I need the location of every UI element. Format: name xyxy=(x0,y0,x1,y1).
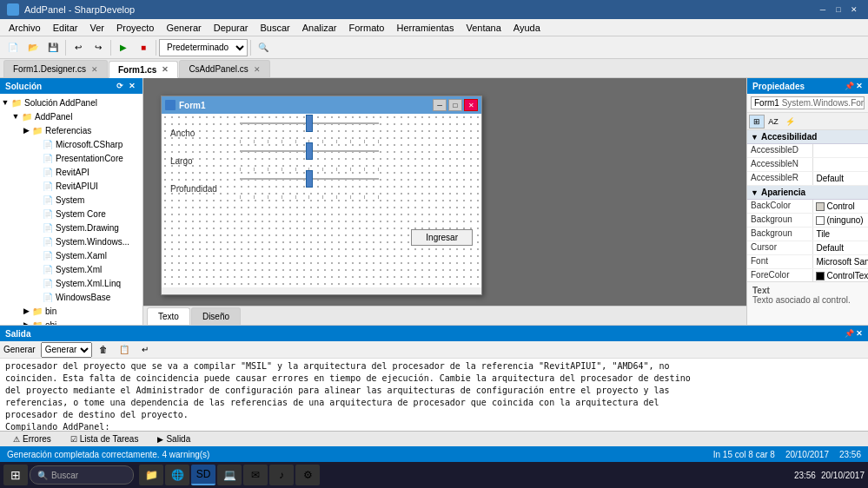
form-minimize-button[interactable]: ─ xyxy=(433,99,447,111)
taskbar-app-settings[interactable]: ⚙ xyxy=(295,465,320,485)
taskbar-search[interactable]: 🔍 Buscar xyxy=(30,465,134,485)
tree-item[interactable]: 📄System.Xml xyxy=(0,262,142,276)
stop-button[interactable]: ■ xyxy=(134,38,153,57)
tree-toggle-icon[interactable]: ▶ xyxy=(21,307,31,315)
new-button[interactable]: 📄 xyxy=(3,38,23,57)
config-dropdown[interactable]: Predeterminado xyxy=(159,39,248,56)
tree-item[interactable]: 📄RevitAPIUI xyxy=(0,179,142,193)
menu-item-ventana[interactable]: Ventana xyxy=(461,21,506,35)
prop-alphabetic-button[interactable]: AZ xyxy=(765,115,781,129)
title-bar-controls[interactable]: ─ □ ✕ xyxy=(816,3,861,16)
tab-csaddpanel[interactable]: CsAddPanel.cs ✕ xyxy=(179,60,269,77)
tab-close-icon[interactable]: ✕ xyxy=(91,65,98,74)
property-row[interactable]: ForeColorControlTex xyxy=(747,269,868,281)
property-value[interactable]: Tile xyxy=(813,228,868,241)
tree-item[interactable]: ▼📁AddPanel xyxy=(0,109,142,123)
menu-item-proyecto[interactable]: Proyecto xyxy=(111,21,159,35)
properties-close-button[interactable]: ✕ xyxy=(856,82,863,90)
output-clear-button[interactable]: 🗑 xyxy=(94,340,113,359)
menu-item-ver[interactable]: Ver xyxy=(84,21,109,35)
menu-item-generar[interactable]: Generar xyxy=(161,21,206,35)
menu-item-archivo[interactable]: Archivo xyxy=(3,21,46,35)
profundidad-thumb[interactable] xyxy=(306,170,313,188)
tab-close-icon[interactable]: ✕ xyxy=(254,65,261,74)
taskbar-app-browser[interactable]: 🌐 xyxy=(165,465,189,485)
profundidad-trackbar[interactable] xyxy=(240,178,379,199)
output-wrap-button[interactable]: ↵ xyxy=(136,340,155,359)
tree-item[interactable]: ▶📁obj xyxy=(0,318,142,325)
bottom-tab-lista-de-tareas[interactable]: ☑Lista de Tareas xyxy=(61,432,149,447)
property-value[interactable] xyxy=(813,144,868,157)
property-value[interactable]: (ninguno) xyxy=(813,214,868,227)
minimize-button[interactable]: ─ xyxy=(816,3,830,16)
property-row[interactable]: AccessibleN xyxy=(747,158,868,172)
property-row[interactable]: FontMicrosoft Sans xyxy=(747,255,868,269)
tree-item[interactable]: 📄PresentationCore xyxy=(0,151,142,165)
property-value[interactable] xyxy=(813,158,868,171)
designer-tab-diseno[interactable]: Diseño xyxy=(191,307,241,325)
start-button[interactable]: ⊞ xyxy=(3,465,28,485)
largo-trackbar[interactable] xyxy=(240,150,379,171)
open-button[interactable]: 📂 xyxy=(23,38,43,57)
menu-item-buscar[interactable]: Buscar xyxy=(255,21,295,35)
ancho-thumb[interactable] xyxy=(306,115,313,132)
tree-item[interactable]: 📄Microsoft.CSharp xyxy=(0,137,142,151)
taskbar-app-sharpdevelop[interactable]: SD xyxy=(191,465,215,485)
property-row[interactable]: AccessibleD xyxy=(747,144,868,158)
prop-section-accesibilidad[interactable]: ▼Accesibilidad xyxy=(747,130,868,144)
form-close-button[interactable]: ✕ xyxy=(464,99,478,111)
tree-item[interactable]: ▶📁Referencias xyxy=(0,123,142,137)
property-row[interactable]: BackColorControl xyxy=(747,200,868,214)
property-value[interactable]: ControlTex xyxy=(813,269,868,281)
property-value[interactable]: Default xyxy=(813,172,868,185)
taskbar-app-explorer[interactable]: 📁 xyxy=(139,465,163,485)
tree-item[interactable]: ▼📁Solución AddPanel xyxy=(0,96,142,109)
menu-item-editar[interactable]: Editar xyxy=(48,21,83,35)
bottom-tab-errores[interactable]: ⚠Errores xyxy=(3,432,61,447)
menu-item-depurar[interactable]: Depurar xyxy=(209,21,254,35)
output-pin-button[interactable]: 📌 xyxy=(845,329,854,338)
tree-toggle-icon[interactable]: ▼ xyxy=(10,112,21,121)
property-object-selector[interactable]: Form1 System.Windows.Form xyxy=(747,94,868,113)
run-button[interactable]: ▶ xyxy=(114,38,133,57)
search-button[interactable]: 🔍 xyxy=(254,38,273,57)
form-maximize-button[interactable]: □ xyxy=(448,99,462,111)
save-button[interactable]: 💾 xyxy=(43,38,63,57)
bottom-tab-salida[interactable]: ▶Salida xyxy=(148,432,200,447)
taskbar-app-mail[interactable]: ✉ xyxy=(243,465,268,485)
menu-item-herramientas[interactable]: Herramientas xyxy=(391,21,459,35)
tree-item[interactable]: 📄System.Xml.Linq xyxy=(0,276,142,290)
taskbar-app-explorer2[interactable]: 💻 xyxy=(217,465,242,485)
tree-item[interactable]: 📄System xyxy=(0,193,142,207)
property-value[interactable]: Default xyxy=(813,241,868,254)
refresh-button[interactable]: ⟳ xyxy=(115,82,125,90)
maximize-button[interactable]: □ xyxy=(832,3,845,16)
redo-button[interactable]: ↪ xyxy=(89,38,108,57)
panel-close-button[interactable]: ✕ xyxy=(127,82,137,90)
tree-toggle-icon[interactable]: ▼ xyxy=(0,98,10,107)
tab-form1[interactable]: Form1.cs ✕ xyxy=(109,61,178,78)
tree-item[interactable]: 📄WindowsBase xyxy=(0,290,142,304)
property-row[interactable]: Backgroun(ninguno) xyxy=(747,214,868,228)
tab-form1-designer[interactable]: Form1.Designer.cs ✕ xyxy=(3,60,108,77)
taskbar-app-music[interactable]: ♪ xyxy=(269,465,294,485)
properties-pin-button[interactable]: 📌 xyxy=(845,82,854,90)
tree-item[interactable]: 📄System Core xyxy=(0,207,142,221)
designer-tab-texto[interactable]: Texto xyxy=(147,307,190,325)
ancho-trackbar[interactable] xyxy=(240,122,379,143)
property-row[interactable]: AccessibleRDefault xyxy=(747,172,868,186)
tree-toggle-icon[interactable]: ▶ xyxy=(21,126,31,135)
tree-item[interactable]: 📄System.Xaml xyxy=(0,248,142,262)
output-source-dropdown[interactable]: Generar xyxy=(41,342,92,358)
output-copy-button[interactable]: 📋 xyxy=(115,340,134,359)
tree-item[interactable]: ▶📁bin xyxy=(0,304,142,318)
prop-categorize-button[interactable]: ⊞ xyxy=(749,115,765,129)
undo-button[interactable]: ↩ xyxy=(69,38,88,57)
property-value[interactable]: Microsoft Sans xyxy=(813,255,868,268)
property-row[interactable]: BackgrounTile xyxy=(747,228,868,241)
close-button[interactable]: ✕ xyxy=(847,3,861,16)
property-value[interactable]: Control xyxy=(813,200,868,213)
menu-item-ayuda[interactable]: Ayuda xyxy=(508,21,546,35)
output-close-button[interactable]: ✕ xyxy=(856,329,863,338)
menu-item-analizar[interactable]: Analizar xyxy=(297,21,342,35)
